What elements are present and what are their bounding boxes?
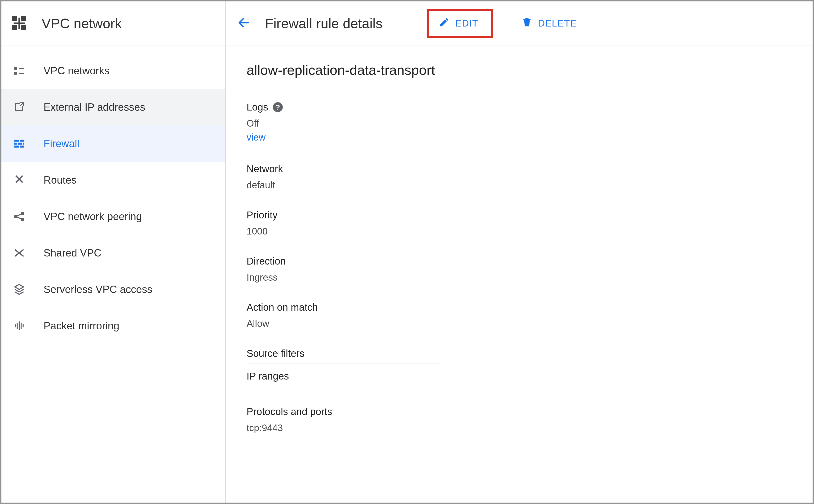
svg-rect-14 bbox=[18, 143, 22, 145]
sidebar-item-label: Serverless VPC access bbox=[44, 283, 152, 295]
sidebar-item-firewall[interactable]: Firewall bbox=[1, 125, 225, 162]
svg-rect-25 bbox=[23, 324, 24, 327]
action-field: Action on match Allow bbox=[247, 302, 813, 329]
direction-value: Ingress bbox=[247, 272, 813, 283]
sidebar: VPC network VPC networks External IP add… bbox=[1, 1, 226, 503]
sidebar-item-label: Packet mirroring bbox=[44, 320, 119, 332]
peering-icon bbox=[13, 211, 25, 222]
direction-field: Direction Ingress bbox=[247, 256, 813, 283]
arrow-left-icon bbox=[237, 16, 250, 30]
sidebar-item-packet-mirroring[interactable]: Packet mirroring bbox=[1, 308, 225, 344]
svg-rect-16 bbox=[14, 146, 19, 147]
shared-vpc-icon bbox=[13, 247, 25, 259]
sidebar-nav: VPC networks External IP addresses Firew… bbox=[1, 45, 225, 344]
logs-field: Logs ? Off view bbox=[247, 102, 813, 144]
edit-highlight-box: EDIT bbox=[427, 9, 492, 38]
sidebar-item-label: VPC networks bbox=[44, 65, 110, 77]
svg-rect-8 bbox=[19, 68, 24, 69]
svg-rect-6 bbox=[14, 67, 17, 70]
external-ip-icon bbox=[13, 101, 25, 113]
network-value: default bbox=[247, 180, 813, 190]
sidebar-item-serverless-vpc[interactable]: Serverless VPC access bbox=[1, 271, 225, 308]
sidebar-item-shared-vpc[interactable]: Shared VPC bbox=[1, 235, 225, 271]
main: Firewall rule details EDIT DELETE allow-… bbox=[226, 1, 813, 503]
svg-rect-23 bbox=[19, 321, 20, 330]
protocols-field: Protocols and ports tcp:9443 bbox=[247, 406, 813, 433]
svg-rect-21 bbox=[15, 324, 16, 327]
product-title: VPC network bbox=[42, 15, 122, 31]
svg-rect-0 bbox=[12, 16, 17, 21]
sidebar-item-vpc-networks[interactable]: VPC networks bbox=[1, 53, 225, 89]
svg-rect-1 bbox=[21, 16, 26, 21]
protocols-value: tcp:9443 bbox=[247, 423, 813, 433]
edit-button[interactable]: EDIT bbox=[429, 11, 488, 35]
svg-rect-11 bbox=[14, 140, 19, 141]
svg-rect-2 bbox=[12, 25, 17, 30]
source-filters-header: Source filters bbox=[247, 348, 441, 363]
network-label: Network bbox=[247, 163, 813, 175]
action-label: Action on match bbox=[247, 302, 813, 313]
back-button[interactable] bbox=[232, 11, 256, 35]
rule-name: allow-replication-data-transport bbox=[247, 62, 813, 78]
action-value: Allow bbox=[247, 318, 813, 329]
logs-value: Off bbox=[247, 118, 813, 129]
page-title: Firewall rule details bbox=[265, 15, 382, 31]
priority-field: Priority 1000 bbox=[247, 209, 813, 237]
svg-rect-3 bbox=[21, 25, 26, 30]
vpc-network-icon bbox=[11, 15, 27, 31]
firewall-icon bbox=[13, 138, 25, 150]
sidebar-item-label: Routes bbox=[44, 174, 76, 186]
delete-label: DELETE bbox=[538, 18, 577, 29]
protocols-label: Protocols and ports bbox=[247, 406, 813, 417]
logs-view-link[interactable]: view bbox=[247, 132, 265, 144]
svg-rect-13 bbox=[14, 143, 17, 145]
svg-rect-12 bbox=[20, 140, 24, 141]
content: allow-replication-data-transport Logs ? … bbox=[226, 45, 813, 452]
sidebar-item-label: Firewall bbox=[44, 138, 80, 150]
packet-mirroring-icon bbox=[13, 320, 25, 332]
delete-button[interactable]: DELETE bbox=[512, 11, 587, 35]
priority-label: Priority bbox=[247, 209, 813, 221]
sidebar-header: VPC network bbox=[1, 1, 225, 45]
svg-rect-7 bbox=[14, 72, 17, 75]
direction-label: Direction bbox=[247, 256, 813, 267]
sidebar-item-label: VPC network peering bbox=[44, 211, 142, 222]
svg-rect-15 bbox=[23, 143, 24, 145]
svg-rect-22 bbox=[17, 323, 18, 329]
topbar: Firewall rule details EDIT DELETE bbox=[226, 1, 813, 45]
svg-rect-9 bbox=[19, 73, 24, 74]
edit-label: EDIT bbox=[455, 18, 478, 29]
serverless-vpc-icon bbox=[13, 283, 25, 295]
priority-value: 1000 bbox=[247, 226, 813, 237]
network-list-icon bbox=[13, 65, 25, 77]
logs-label: Logs ? bbox=[247, 102, 813, 113]
ip-ranges-row: IP ranges bbox=[247, 363, 441, 387]
help-icon[interactable]: ? bbox=[273, 102, 283, 112]
svg-rect-17 bbox=[20, 146, 24, 147]
sidebar-item-label: Shared VPC bbox=[44, 247, 102, 259]
sidebar-item-peering[interactable]: VPC network peering bbox=[1, 198, 225, 235]
sidebar-item-routes[interactable]: Routes bbox=[1, 162, 225, 198]
trash-icon bbox=[522, 17, 532, 30]
logs-label-text: Logs bbox=[247, 102, 268, 113]
sidebar-item-label: External IP addresses bbox=[44, 101, 145, 113]
routes-icon bbox=[13, 174, 25, 186]
network-field: Network default bbox=[247, 163, 813, 190]
svg-rect-24 bbox=[21, 323, 22, 329]
svg-rect-5 bbox=[14, 22, 25, 24]
sidebar-item-external-ip[interactable]: External IP addresses bbox=[1, 89, 225, 125]
pencil-icon bbox=[439, 17, 450, 30]
